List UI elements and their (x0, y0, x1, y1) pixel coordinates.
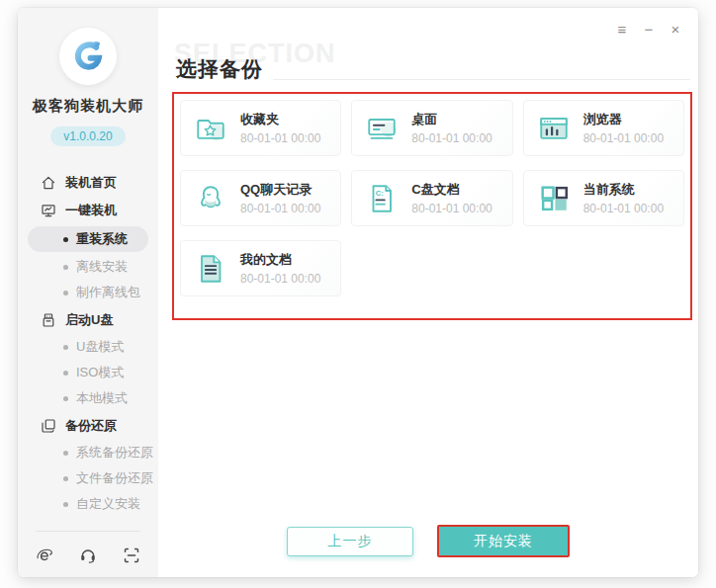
bullet-icon (63, 371, 68, 376)
backup-card-time: 80-01-01 00:00 (583, 202, 664, 215)
ie-browser-icon[interactable] (36, 546, 53, 564)
current-system-icon (537, 182, 571, 215)
backup-grid: 收藏夹 80-01-01 00:00 桌面 80-01-01 00:00 浏览器… (172, 92, 692, 320)
qr-scan-icon[interactable] (123, 546, 140, 564)
favorites-folder-icon (194, 112, 227, 145)
backup-card-my-documents[interactable]: 我的文档 80-01-01 00:00 (180, 240, 341, 296)
sidebar-item-label: 启动U盘 (65, 311, 113, 329)
app-window: 极客狗装机大师 v1.0.0.20 装机首页 一键装机 重装系统 离线安装 制作… (18, 8, 698, 577)
backup-card-time: 80-01-01 00:00 (240, 272, 320, 286)
app-logo (59, 28, 117, 85)
sidebar-item-system-backup-restore[interactable]: 系统备份还原 (18, 442, 158, 463)
bullet-icon (63, 265, 68, 270)
sidebar-item-one-key-install[interactable]: 一键装机 (18, 200, 158, 221)
backup-card-favorites[interactable]: 收藏夹 80-01-01 00:00 (180, 100, 341, 156)
footer-buttons: 上一步 开始安装 (158, 525, 698, 557)
sidebar-item-make-offline-pack[interactable]: 制作离线包 (18, 282, 158, 303)
backup-card-time: 80-01-01 00:00 (411, 131, 492, 145)
backup-card-time: 80-01-01 00:00 (240, 202, 320, 215)
page-title: 选择备份 (176, 55, 273, 83)
sidebar-footer-icons (36, 546, 140, 564)
sidebar-footer (18, 531, 158, 564)
bullet-icon (63, 476, 68, 481)
sidebar-item-local-mode[interactable]: 本地模式 (18, 387, 158, 409)
bullet-icon (63, 237, 68, 242)
backup-card-name: 收藏夹 (240, 111, 320, 128)
backup-card-name: 桌面 (411, 111, 492, 128)
version-badge: v1.0.0.20 (50, 126, 125, 146)
sidebar-item-boot-usb[interactable]: 启动U盘 (18, 309, 158, 331)
bullet-icon (63, 451, 68, 456)
bullet-icon (63, 502, 68, 507)
sidebar-item-custom-install[interactable]: 自定义安装 (18, 493, 158, 515)
sidebar-item-install-home[interactable]: 装机首页 (18, 172, 158, 194)
backup-card-time: 80-01-01 00:00 (240, 131, 320, 145)
svg-text:C:: C: (376, 188, 384, 197)
qq-icon (194, 182, 227, 215)
sidebar-item-reinstall-system[interactable]: 重装系统 (28, 226, 148, 252)
usb-drive-icon (41, 312, 56, 328)
sidebar-item-label: 离线安装 (76, 258, 128, 276)
backup-card-name: 当前系统 (583, 181, 664, 199)
sidebar-item-label: 制作离线包 (76, 284, 140, 301)
backup-card-name: C盘文档 (411, 181, 492, 199)
start-install-button[interactable]: 开始安装 (437, 525, 570, 557)
sidebar-item-backup-restore[interactable]: 备份还原 (18, 415, 158, 437)
previous-step-button[interactable]: 上一步 (287, 527, 413, 556)
backup-card-time: 80-01-01 00:00 (411, 202, 492, 215)
bullet-icon (63, 345, 68, 350)
sidebar-item-label: 自定义安装 (76, 495, 140, 513)
bullet-icon (63, 291, 68, 295)
sidebar-item-iso-mode[interactable]: ISO模式 (18, 362, 158, 383)
geekdog-logo-icon (66, 35, 110, 78)
sidebar-item-label: 一键装机 (65, 202, 117, 219)
main-panel: ≡ − × SELECTION 选择备份 收藏夹 80-01-01 00:00 … (158, 8, 698, 577)
sidebar-item-usb-mode[interactable]: U盘模式 (18, 336, 158, 358)
close-icon[interactable]: × (666, 20, 685, 40)
backup-card-current-system[interactable]: 当前系统 80-01-01 00:00 (523, 170, 684, 226)
backup-card-name: QQ聊天记录 (240, 181, 320, 199)
support-headset-icon[interactable] (79, 546, 97, 564)
backup-card-browser[interactable]: 浏览器 80-01-01 00:00 (523, 100, 684, 156)
sidebar-nav: 装机首页 一键装机 重装系统 离线安装 制作离线包 启动U盘 U盘模式 ISO模… (18, 166, 158, 519)
app-name: 极客狗装机大师 (33, 97, 143, 116)
backup-card-desktop[interactable]: 桌面 80-01-01 00:00 (351, 100, 512, 156)
sidebar-item-label: ISO模式 (76, 364, 124, 381)
backup-restore-icon (41, 418, 56, 434)
browser-icon (537, 112, 571, 145)
minimize-icon[interactable]: − (639, 20, 659, 40)
monitor-install-icon (41, 203, 56, 218)
desktop-icon (365, 112, 399, 145)
sidebar-item-label: U盘模式 (76, 338, 124, 356)
home-icon (41, 175, 56, 191)
backup-card-time: 80-01-01 00:00 (583, 131, 664, 145)
menu-icon[interactable]: ≡ (612, 20, 632, 40)
window-controls: ≡ − × (612, 20, 685, 40)
sidebar-footer-divider (36, 531, 140, 532)
sidebar: 极客狗装机大师 v1.0.0.20 装机首页 一键装机 重装系统 离线安装 制作… (18, 8, 158, 577)
title-divider (273, 79, 690, 80)
backup-card-name: 我的文档 (240, 251, 320, 269)
my-documents-icon (194, 252, 227, 286)
title-block: SELECTION 选择备份 (176, 51, 690, 83)
sidebar-item-label: 系统备份还原 (76, 444, 153, 462)
sidebar-item-label: 装机首页 (65, 174, 117, 192)
sidebar-item-label: 文件备份还原 (76, 469, 153, 487)
sidebar-item-offline-install[interactable]: 离线安装 (18, 256, 158, 278)
c-drive-doc-icon: C: (365, 182, 399, 215)
backup-card-qq-chat-history[interactable]: QQ聊天记录 80-01-01 00:00 (180, 170, 341, 226)
backup-card-c-drive-docs[interactable]: C: C盘文档 80-01-01 00:00 (351, 170, 512, 226)
sidebar-item-label: 备份还原 (65, 417, 117, 435)
sidebar-item-file-backup-restore[interactable]: 文件备份还原 (18, 467, 158, 489)
sidebar-item-label: 重装系统 (76, 230, 128, 248)
bullet-icon (63, 396, 68, 401)
backup-card-name: 浏览器 (583, 111, 664, 128)
sidebar-item-label: 本地模式 (76, 389, 128, 407)
